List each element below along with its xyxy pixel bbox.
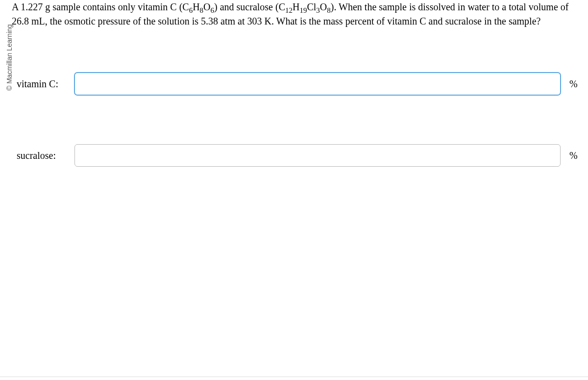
copyright-sidebar: © Macmillan Learning (0, 0, 11, 93)
page: © Macmillan Learning A 1.227 g sample co… (0, 0, 588, 380)
vitamin-c-label: vitamin C: (17, 78, 74, 90)
q-seg: Cl (307, 1, 316, 12)
sucralose-unit: % (569, 150, 581, 161)
q-seg: O (203, 1, 210, 12)
answer-row-sucralose: sucralose: % (17, 144, 581, 167)
q-sub: 12 (285, 6, 293, 14)
q-sub: 8 (327, 6, 331, 14)
q-sub: 8 (200, 6, 204, 14)
sucralose-input[interactable] (74, 144, 561, 167)
q-seg: O (320, 1, 327, 12)
q-sub: 6 (211, 6, 215, 14)
q-seg: A 1.227 g sample contains only vitamin C… (12, 1, 189, 12)
footer-divider (0, 377, 588, 377)
q-seg: H (193, 1, 199, 12)
answers-block: vitamin C: % sucralose: % (12, 73, 586, 167)
q-sub: 3 (316, 6, 320, 14)
q-seg: ) and sucralose (C (214, 1, 285, 12)
vitamin-c-unit: % (569, 78, 581, 90)
question-text: A 1.227 g sample contains only vitamin C… (12, 0, 586, 28)
answer-row-vitamin-c: vitamin C: % (17, 73, 581, 95)
sucralose-label: sucralose: (17, 150, 74, 161)
q-sub: 19 (299, 6, 307, 14)
q-seg: H (293, 1, 299, 12)
content-area: A 1.227 g sample contains only vitamin C… (12, 0, 586, 216)
vitamin-c-input[interactable] (74, 73, 561, 95)
